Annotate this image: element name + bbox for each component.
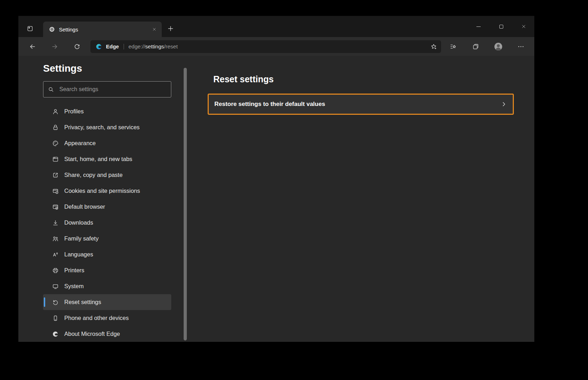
toolbar-right-icons [447, 40, 527, 53]
phone-icon [52, 315, 59, 322]
close-icon [152, 27, 156, 31]
window-controls [470, 16, 532, 37]
url-text: edge://settings/reset [129, 43, 178, 50]
monitor-icon [52, 283, 59, 290]
collections-button[interactable] [469, 40, 482, 53]
sidebar-item-default-browser[interactable]: Default browser [43, 199, 171, 215]
lock-icon [52, 124, 59, 131]
refresh-button[interactable] [71, 40, 83, 53]
sidebar-item-label: System [64, 283, 84, 290]
url-host: settings [145, 43, 164, 49]
sidebar-nav: Profiles Privacy, search, and services [43, 103, 171, 342]
close-window-button[interactable] [516, 16, 532, 37]
url-path: /reset [164, 43, 178, 49]
tab-actions-button[interactable] [24, 23, 36, 35]
star-plus-icon [430, 43, 437, 50]
nav-buttons [26, 40, 83, 53]
tab-title: Settings [59, 26, 150, 32]
forward-button[interactable] [48, 40, 61, 53]
tab-strip: Settings [18, 16, 534, 37]
collections-icon [472, 43, 479, 50]
sidebar-item-label: Privacy, search, and services [64, 124, 139, 131]
sidebar-item-start-home-new-tabs[interactable]: Start, home, and new tabs [43, 151, 171, 167]
restore-defaults-label: Restore settings to their default values [214, 101, 325, 108]
tab-close-button[interactable] [150, 25, 159, 34]
new-tab-button[interactable] [165, 23, 177, 35]
sidebar-item-label: Default browser [64, 203, 105, 210]
sidebar-item-printers[interactable]: Printers [43, 262, 171, 278]
sidebar-item-label: Cookies and site permissions [64, 188, 140, 194]
settings-gear-icon [49, 26, 55, 32]
sidebar-item-label: Phone and other devices [64, 315, 129, 321]
printer-icon [52, 267, 59, 274]
edge-logo-icon [52, 331, 59, 338]
sidebar-item-label: Downloads [64, 219, 93, 226]
close-icon [521, 24, 526, 29]
person-badge-icon [52, 108, 59, 115]
sidebar-item-label: Profiles [64, 108, 84, 115]
sidebar-item-reset-settings[interactable]: Reset settings [43, 294, 171, 310]
search-settings-input[interactable] [59, 86, 167, 93]
sidebar-item-profiles[interactable]: Profiles [43, 103, 171, 119]
site-permissions-icon [52, 188, 59, 195]
sidebar-item-privacy[interactable]: Privacy, search, and services [43, 119, 171, 135]
profile-button[interactable] [492, 40, 505, 53]
reset-arrow-icon [52, 299, 59, 306]
maximize-button[interactable] [493, 16, 509, 37]
browser-window: Settings [18, 16, 534, 342]
back-arrow-icon [29, 43, 36, 50]
avatar-icon [494, 42, 503, 51]
sidebar-item-label: Reset settings [64, 299, 101, 305]
settings-scrollbar[interactable] [184, 68, 187, 340]
sidebar-item-label: Start, home, and new tabs [64, 156, 132, 162]
chevron-right-icon [501, 101, 507, 107]
favorites-star-list-icon [450, 43, 457, 50]
tab-settings[interactable]: Settings [43, 22, 162, 37]
address-divider [124, 44, 124, 49]
sidebar-item-downloads[interactable]: Downloads [43, 215, 171, 231]
sidebar-item-languages[interactable]: Languages [43, 247, 171, 262]
settings-search [43, 81, 171, 97]
sidebar-title: Settings [43, 63, 171, 74]
palette-icon [52, 140, 59, 147]
sidebar-item-share-copy-paste[interactable]: Share, copy and paste [43, 167, 171, 183]
minimize-button[interactable] [470, 16, 487, 37]
plus-icon [167, 25, 174, 32]
refresh-icon [73, 43, 81, 50]
site-label: Edge [106, 43, 119, 49]
add-favorite-button[interactable] [428, 41, 439, 52]
download-icon [52, 219, 59, 226]
sidebar-item-cookies-permissions[interactable]: Cookies and site permissions [43, 183, 171, 199]
sidebar-item-label: Languages [64, 251, 93, 258]
address-bar[interactable]: Edge edge://settings/reset [90, 40, 441, 53]
minimize-icon [476, 26, 481, 27]
browser-check-icon [52, 203, 59, 210]
sidebar-item-phone-devices[interactable]: Phone and other devices [43, 310, 171, 326]
forward-arrow-icon [51, 43, 58, 50]
sidebar-item-label: Printers [64, 267, 84, 274]
family-icon [52, 235, 59, 242]
sidebar-item-label: About Microsoft Edge [64, 331, 120, 337]
page-title: Reset settings [213, 74, 514, 84]
sidebar-item-label: Appearance [64, 140, 96, 147]
url-scheme: edge:// [129, 43, 145, 49]
ellipsis-icon [517, 43, 524, 50]
sidebar-item-label: Share, copy and paste [64, 172, 123, 178]
settings-page: Settings Profiles Pr [18, 56, 534, 342]
sidebar-item-family-safety[interactable]: Family safety [43, 231, 171, 247]
more-menu-button[interactable] [515, 40, 527, 53]
sidebar-item-appearance[interactable]: Appearance [43, 135, 171, 151]
search-icon [48, 86, 54, 93]
edge-logo-icon [95, 43, 102, 50]
sidebar-item-system[interactable]: System [43, 278, 171, 294]
language-icon [52, 251, 59, 258]
settings-main-panel: Reset settings Restore settings to their… [187, 56, 534, 342]
workspaces-icon [26, 25, 34, 32]
browser-toolbar: Edge edge://settings/reset [18, 37, 534, 56]
maximize-icon [499, 25, 503, 29]
favorites-button[interactable] [447, 40, 459, 53]
restore-defaults-row[interactable]: Restore settings to their default values [208, 94, 514, 115]
sidebar-item-about-edge[interactable]: About Microsoft Edge [43, 326, 171, 342]
share-icon [52, 172, 59, 179]
back-button[interactable] [26, 40, 39, 53]
